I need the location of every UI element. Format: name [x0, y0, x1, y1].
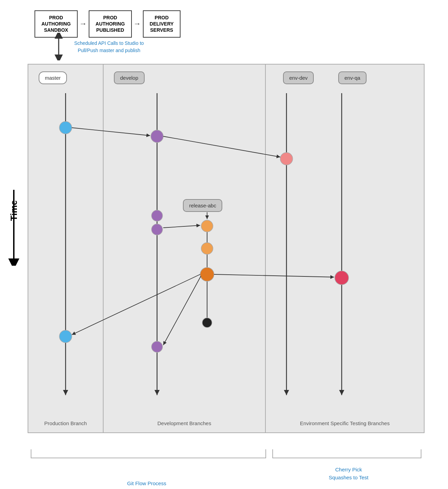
cherry-pick-section: Cherry Pick Squashes to Test: [273, 466, 425, 481]
double-arrow-svg: [50, 33, 67, 60]
prod-authoring-published: PRODAUTHORINGPUBLISHED: [89, 10, 132, 38]
diagram-area: master Production Branch develop release…: [28, 64, 425, 433]
development-panel: develop release-abc Development Branches: [104, 64, 266, 433]
prod-delivery-servers: PRODDELIVERYSERVERS: [143, 10, 181, 38]
dev-panel-label: Development Branches: [104, 420, 265, 426]
arrow-2: →: [132, 19, 143, 28]
squashes-label: Squashes to Test: [273, 474, 425, 482]
cherry-pick-label: Cherry Pick: [273, 466, 425, 474]
time-label: Time: [9, 200, 19, 221]
git-flow-label: Git Flow Process: [28, 480, 266, 486]
environment-panel: env-dev env-qa Environment Specific Test…: [266, 64, 425, 433]
release-box: release-abc: [183, 199, 222, 212]
env-dev-box: env-dev: [283, 71, 314, 84]
api-label: Scheduled API Calls to Studio to Pull/Pu…: [74, 40, 144, 54]
production-panel: master Production Branch: [28, 64, 104, 433]
master-box: master: [39, 71, 67, 84]
develop-box: develop: [114, 71, 145, 84]
env-qa-box: env-qa: [338, 71, 367, 84]
main-container: PRODAUTHORINGSANDBOX → PRODAUTHORINGPUBL…: [0, 0, 448, 489]
time-section: Time: [7, 190, 21, 221]
env-panel-label: Environment Specific Testing Branches: [266, 420, 424, 426]
arrow-1: →: [78, 19, 89, 28]
production-panel-label: Production Branch: [28, 420, 103, 426]
